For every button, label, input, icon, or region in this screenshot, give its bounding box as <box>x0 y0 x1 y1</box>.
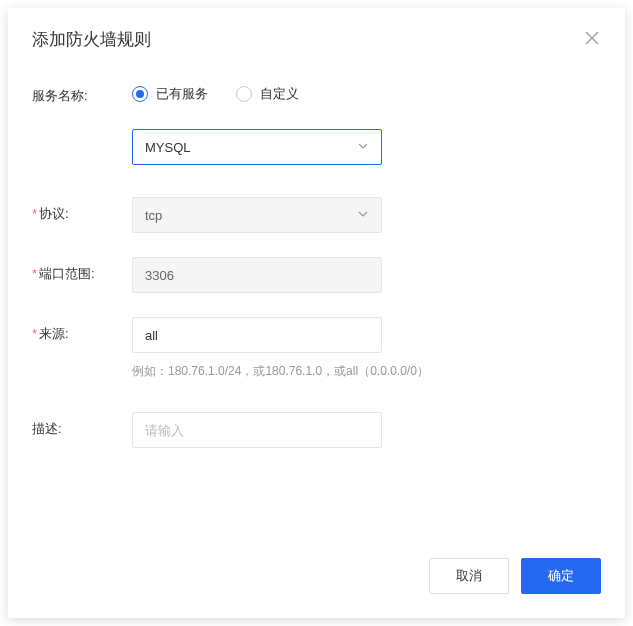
protocol-row: *协议: tcp <box>32 197 601 233</box>
modal-body: 服务名称: 已有服务 自定义 MYSQL <box>8 51 625 542</box>
close-icon <box>585 31 599 45</box>
radio-circle-unchecked <box>236 86 252 102</box>
port-range-control <box>132 257 601 293</box>
description-control <box>132 412 601 448</box>
modal-header: 添加防火墙规则 <box>8 8 625 51</box>
service-select[interactable]: MYSQL <box>132 129 382 165</box>
port-range-row: *端口范围: <box>32 257 601 293</box>
radio-existing-service[interactable]: 已有服务 <box>132 85 208 103</box>
service-select-row: MYSQL <box>132 129 601 165</box>
description-input[interactable] <box>132 412 382 448</box>
radio-custom-service[interactable]: 自定义 <box>236 85 299 103</box>
radio-label-custom: 自定义 <box>260 85 299 103</box>
source-row: *来源: 例如：180.76.1.0/24，或180.76.1.0，或all（0… <box>32 317 601 380</box>
port-range-input <box>132 257 382 293</box>
protocol-control: tcp <box>132 197 601 233</box>
protocol-label: *协议: <box>32 197 132 223</box>
modal-footer: 取消 确定 <box>8 542 625 618</box>
chevron-down-icon <box>357 140 369 155</box>
source-label: *来源: <box>32 317 132 343</box>
service-name-control: 已有服务 自定义 <box>132 79 601 103</box>
radio-label-existing: 已有服务 <box>156 85 208 103</box>
close-button[interactable] <box>583 28 601 50</box>
protocol-value: tcp <box>145 208 162 223</box>
modal-dialog: 添加防火墙规则 服务名称: 已有服务 自定义 <box>8 8 625 618</box>
service-name-label: 服务名称: <box>32 79 132 105</box>
source-hint: 例如：180.76.1.0/24，或180.76.1.0，或all（0.0.0.… <box>132 363 601 380</box>
cancel-button[interactable]: 取消 <box>429 558 509 594</box>
confirm-button[interactable]: 确定 <box>521 558 601 594</box>
description-row: 描述: <box>32 412 601 448</box>
source-input[interactable] <box>132 317 382 353</box>
modal-title: 添加防火墙规则 <box>32 28 151 51</box>
protocol-select: tcp <box>132 197 382 233</box>
service-radio-group: 已有服务 自定义 <box>132 79 601 103</box>
description-label: 描述: <box>32 412 132 438</box>
port-range-label: *端口范围: <box>32 257 132 283</box>
source-control: 例如：180.76.1.0/24，或180.76.1.0，或all（0.0.0.… <box>132 317 601 380</box>
radio-circle-checked <box>132 86 148 102</box>
service-name-row: 服务名称: 已有服务 自定义 <box>32 79 601 105</box>
chevron-down-icon <box>357 208 369 223</box>
service-select-value: MYSQL <box>145 140 191 155</box>
